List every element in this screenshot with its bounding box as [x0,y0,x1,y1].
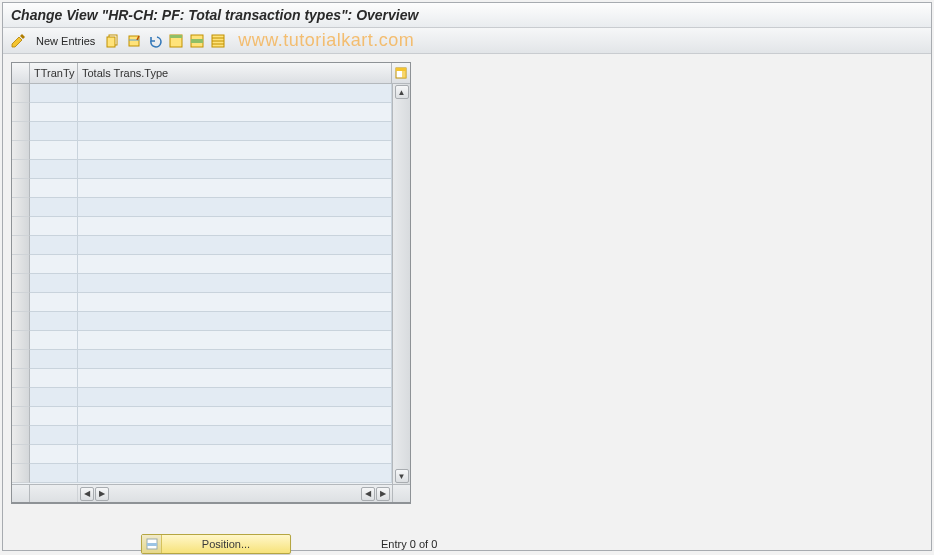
row-selector[interactable] [12,388,30,407]
table-row [12,122,392,141]
row-selector[interactable] [12,407,30,426]
cell-ttranty[interactable] [30,293,78,312]
deselect-all-icon[interactable] [209,32,227,50]
cell-totals-trans-type[interactable] [78,255,392,274]
cell-totals-trans-type[interactable] [78,293,392,312]
table-config-icon[interactable] [392,63,410,83]
scroll-left-icon[interactable]: ◀ [80,487,94,501]
row-selector[interactable] [12,103,30,122]
row-selector[interactable] [12,198,30,217]
scroll-down-icon[interactable]: ▼ [395,469,409,483]
row-selector[interactable] [12,293,30,312]
table-row [12,407,392,426]
horizontal-scrollbar[interactable]: ◀ ▶ ◀ ▶ [12,484,410,502]
sap-window: Change View "HR-CH: PF: Total transactio… [2,2,932,551]
cell-totals-trans-type[interactable] [78,274,392,293]
scroll-right-inner-icon[interactable]: ▶ [95,487,109,501]
cell-totals-trans-type[interactable] [78,160,392,179]
svg-rect-4 [170,35,182,38]
svg-rect-6 [191,39,203,43]
position-icon [142,535,162,553]
table-row [12,426,392,445]
delete-icon[interactable] [125,32,143,50]
edit-icon[interactable] [9,32,27,50]
select-block-icon[interactable] [188,32,206,50]
cell-ttranty[interactable] [30,141,78,160]
cell-totals-trans-type[interactable] [78,84,392,103]
cell-totals-trans-type[interactable] [78,103,392,122]
content-area: TTranTy Totals Trans.Type ▲ ▼ [3,54,931,555]
row-selector[interactable] [12,122,30,141]
new-entries-button[interactable]: New Entries [30,34,101,48]
cell-ttranty[interactable] [30,274,78,293]
cell-ttranty[interactable] [30,198,78,217]
cell-totals-trans-type[interactable] [78,388,392,407]
row-selector[interactable] [12,255,30,274]
cell-ttranty[interactable] [30,312,78,331]
position-button[interactable]: Position... [141,534,291,554]
cell-totals-trans-type[interactable] [78,141,392,160]
cell-ttranty[interactable] [30,445,78,464]
row-selector[interactable] [12,84,30,103]
cell-totals-trans-type[interactable] [78,331,392,350]
row-selector[interactable] [12,236,30,255]
scroll-up-icon[interactable]: ▲ [395,85,409,99]
cell-totals-trans-type[interactable] [78,426,392,445]
cell-ttranty[interactable] [30,217,78,236]
row-selector[interactable] [12,217,30,236]
row-selector[interactable] [12,445,30,464]
table-row [12,255,392,274]
cell-ttranty[interactable] [30,103,78,122]
row-selector-header[interactable] [12,63,30,83]
row-selector[interactable] [12,141,30,160]
cell-ttranty[interactable] [30,350,78,369]
row-selector[interactable] [12,160,30,179]
cell-ttranty[interactable] [30,160,78,179]
cell-ttranty[interactable] [30,464,78,483]
table-row [12,179,392,198]
column-header-ttranty[interactable]: TTranTy [30,63,78,83]
table-row [12,274,392,293]
cell-ttranty[interactable] [30,331,78,350]
select-all-icon[interactable] [167,32,185,50]
cell-totals-trans-type[interactable] [78,179,392,198]
cell-ttranty[interactable] [30,84,78,103]
cell-totals-trans-type[interactable] [78,217,392,236]
row-selector[interactable] [12,426,30,445]
scroll-left-inner-icon[interactable]: ◀ [361,487,375,501]
table-row [12,84,392,103]
vertical-scrollbar[interactable]: ▲ ▼ [392,84,410,484]
column-header-totals-trans-type[interactable]: Totals Trans.Type [78,63,392,83]
cell-totals-trans-type[interactable] [78,312,392,331]
cell-totals-trans-type[interactable] [78,122,392,141]
cell-totals-trans-type[interactable] [78,198,392,217]
row-selector[interactable] [12,179,30,198]
cell-totals-trans-type[interactable] [78,407,392,426]
cell-ttranty[interactable] [30,407,78,426]
cell-ttranty[interactable] [30,122,78,141]
cell-totals-trans-type[interactable] [78,445,392,464]
cell-ttranty[interactable] [30,236,78,255]
row-selector[interactable] [12,350,30,369]
row-selector[interactable] [12,331,30,350]
cell-totals-trans-type[interactable] [78,369,392,388]
row-selector[interactable] [12,312,30,331]
cell-totals-trans-type[interactable] [78,350,392,369]
cell-ttranty[interactable] [30,388,78,407]
table-row [12,217,392,236]
svg-rect-10 [402,68,406,78]
table-row [12,160,392,179]
undo-icon[interactable] [146,32,164,50]
row-selector[interactable] [12,464,30,483]
copy-icon[interactable] [104,32,122,50]
cell-totals-trans-type[interactable] [78,236,392,255]
table-row [12,141,392,160]
cell-ttranty[interactable] [30,179,78,198]
row-selector[interactable] [12,369,30,388]
row-selector[interactable] [12,274,30,293]
cell-ttranty[interactable] [30,255,78,274]
cell-totals-trans-type[interactable] [78,464,392,483]
cell-ttranty[interactable] [30,369,78,388]
scroll-right-icon[interactable]: ▶ [376,487,390,501]
cell-ttranty[interactable] [30,426,78,445]
